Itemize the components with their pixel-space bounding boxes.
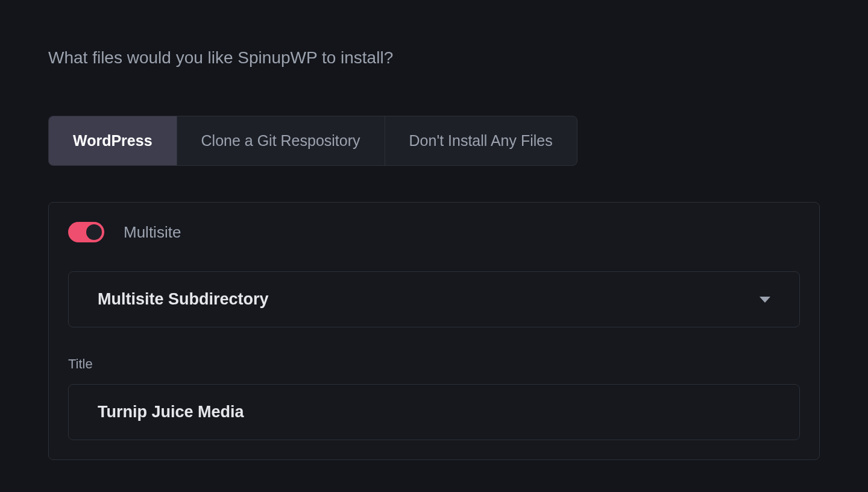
multisite-label: Multisite bbox=[124, 223, 181, 242]
multisite-toggle[interactable] bbox=[68, 222, 104, 242]
wordpress-panel: Multisite Multisite Subdirectory Title bbox=[48, 202, 820, 460]
tab-clone-git[interactable]: Clone a Git Respository bbox=[177, 116, 385, 165]
tab-wordpress[interactable]: WordPress bbox=[49, 116, 177, 165]
select-value: Multisite Subdirectory bbox=[98, 290, 269, 309]
multisite-type-select[interactable]: Multisite Subdirectory bbox=[68, 271, 800, 327]
multisite-row: Multisite bbox=[68, 222, 800, 242]
page-heading: What files would you like SpinupWP to in… bbox=[48, 48, 820, 68]
toggle-knob bbox=[86, 224, 102, 240]
title-label: Title bbox=[68, 356, 800, 372]
tab-no-files[interactable]: Don't Install Any Files bbox=[385, 116, 577, 165]
install-type-tabs: WordPress Clone a Git Respository Don't … bbox=[48, 116, 577, 166]
title-input[interactable] bbox=[68, 384, 800, 440]
chevron-down-icon bbox=[760, 297, 770, 303]
